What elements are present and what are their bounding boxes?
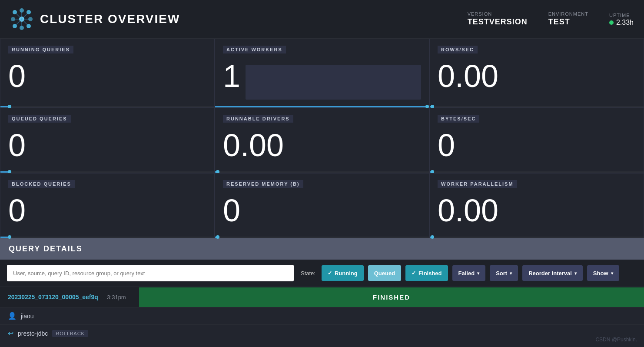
svg-line-15 — [22, 19, 29, 26]
watermark: CSDN @Pushkin. — [595, 337, 637, 343]
environment-label: ENVIRONMENT — [548, 11, 588, 17]
metric-bytes-sec: BYTES/SEC 0 — [429, 108, 644, 173]
query-resource-group-row: ⬡ global — [0, 342, 644, 347]
svg-line-9 — [15, 12, 22, 19]
show-caret-icon: ▾ — [611, 271, 613, 276]
finished-check-icon: ✓ — [412, 270, 416, 276]
metric-queued-queries-label: QUEUED QUERIES — [8, 115, 71, 123]
metric-active-workers-value: 1 — [223, 60, 240, 92]
workers-chart — [246, 65, 421, 100]
reorder-interval-caret-icon: ▾ — [574, 271, 577, 276]
metric-blocked-queries-label: BLOCKED QUERIES — [8, 180, 75, 188]
running-label: Running — [335, 270, 358, 277]
version-label: VERSION — [468, 11, 492, 17]
metric-queued-queries-bar — [0, 171, 214, 173]
failed-caret-icon: ▾ — [477, 271, 479, 276]
query-details-section: QUERY DETAILS State: ✓ Running Queued ✓ … — [0, 238, 644, 347]
sort-button[interactable]: Sort ▾ — [490, 265, 518, 281]
metric-reserved-memory-bar — [215, 237, 429, 238]
query-source-row: ↩ presto-jdbc ROLLBACK — [0, 325, 644, 342]
query-details-header: QUERY DETAILS — [0, 238, 644, 260]
uptime-label: UPTIME — [609, 13, 630, 18]
metric-queued-queries: QUEUED QUERIES 0 — [0, 108, 215, 173]
metric-bytes-sec-label: BYTES/SEC — [438, 115, 479, 123]
sort-caret-icon: ▾ — [510, 271, 512, 276]
metric-blocked-queries-bar — [0, 237, 214, 238]
table-row: 20230225_073120_00005_eef9q 3:31pm FINIS… — [0, 287, 644, 307]
metric-runnable-drivers: RUNNABLE DRIVERS 0.00 — [215, 108, 429, 173]
show-button[interactable]: Show ▾ — [587, 265, 619, 281]
finished-label: Finished — [418, 270, 442, 277]
version-info: VERSION TESTVERSION — [468, 11, 528, 27]
metric-runnable-drivers-value: 0.00 — [223, 130, 421, 161]
metric-running-queries-bar — [0, 106, 214, 107]
metric-reserved-memory: RESERVED MEMORY (B) 0 — [215, 173, 429, 238]
uptime-value: 2.33h — [609, 19, 634, 27]
metric-rows-sec: ROWS/SEC 0.00 — [429, 39, 644, 108]
header-meta-group: VERSION TESTVERSION ENVIRONMENT TEST UPT… — [468, 11, 634, 27]
queued-filter-button[interactable]: Queued — [368, 265, 401, 281]
query-status-badge: FINISHED — [139, 287, 644, 307]
query-details-title: QUERY DETAILS — [9, 244, 83, 253]
reorder-interval-button[interactable]: Reorder Interval ▾ — [522, 265, 583, 281]
metric-running-queries: RUNNING QUERIES 0 — [0, 39, 215, 108]
sort-label: Sort — [496, 270, 507, 277]
query-list: 20230225_073120_00005_eef9q 3:31pm FINIS… — [0, 287, 644, 347]
app-header: CLUSTER OVERVIEW VERSION TESTVERSION ENV… — [0, 0, 644, 38]
uptime-status-dot — [609, 20, 614, 25]
failed-label: Failed — [458, 270, 475, 277]
svg-line-10 — [22, 12, 29, 19]
user-icon: 👤 — [8, 312, 17, 320]
finished-filter-button[interactable]: ✓ Finished — [405, 265, 448, 281]
uptime-info: UPTIME 2.33h — [609, 13, 634, 27]
metric-running-queries-label: RUNNING QUERIES — [8, 46, 73, 53]
metrics-grid: RUNNING QUERIES 0 ACTIVE WORKERS 1 ROWS/… — [0, 38, 644, 238]
metric-reserved-memory-value: 0 — [223, 195, 421, 226]
show-label: Show — [593, 270, 608, 277]
query-source-text: presto-jdbc — [18, 330, 48, 337]
metric-worker-parallelism-label: WORKER PARALLELISM — [438, 180, 517, 188]
metric-blocked-queries-value: 0 — [8, 195, 206, 226]
metric-queued-queries-value: 0 — [8, 130, 206, 161]
metric-worker-parallelism-bar — [430, 237, 644, 238]
metric-running-queries-value: 0 — [8, 60, 206, 92]
query-type-tag: ROLLBACK — [52, 330, 88, 337]
query-user-text: jiaou — [21, 313, 34, 320]
metric-blocked-queries: BLOCKED QUERIES 0 — [0, 173, 215, 238]
metric-rows-sec-bar — [430, 106, 644, 107]
uptime-time: 2.33h — [616, 19, 634, 27]
running-filter-button[interactable]: ✓ Running — [322, 265, 364, 281]
version-value: TESTVERSION — [468, 17, 528, 27]
metric-active-workers-bar — [215, 106, 429, 107]
page-title: CLUSTER OVERVIEW — [40, 12, 180, 26]
metric-runnable-drivers-label: RUNNABLE DRIVERS — [223, 115, 293, 123]
metric-rows-sec-value: 0.00 — [438, 60, 636, 92]
metric-worker-parallelism: WORKER PARALLELISM 0.00 — [429, 173, 644, 238]
metric-active-workers: ACTIVE WORKERS 1 — [215, 39, 429, 108]
query-id-link[interactable]: 20230225_073120_00005_eef9q — [8, 294, 98, 300]
queued-label: Queued — [374, 270, 395, 277]
environment-value: TEST — [548, 17, 570, 27]
failed-filter-button[interactable]: Failed ▾ — [452, 265, 486, 281]
query-id-cell: 20230225_073120_00005_eef9q 3:31pm — [0, 287, 139, 307]
metric-bytes-sec-bar — [430, 171, 644, 173]
svg-line-14 — [15, 19, 22, 26]
source-icon: ↩ — [8, 329, 13, 337]
metric-rows-sec-label: ROWS/SEC — [438, 46, 478, 53]
running-check-icon: ✓ — [328, 270, 332, 276]
environment-info: ENVIRONMENT TEST — [548, 11, 588, 27]
metric-runnable-drivers-bar — [215, 171, 429, 173]
app-logo — [10, 8, 33, 30]
state-label: State: — [301, 270, 315, 277]
metric-bytes-sec-value: 0 — [438, 130, 636, 161]
metric-reserved-memory-label: RESERVED MEMORY (B) — [223, 180, 303, 188]
search-input[interactable] — [7, 265, 294, 281]
query-time: 3:31pm — [107, 294, 126, 300]
metric-worker-parallelism-value: 0.00 — [438, 195, 636, 226]
query-user-row: 👤 jiaou — [0, 307, 644, 325]
metric-active-workers-label: ACTIVE WORKERS — [223, 46, 286, 53]
reorder-interval-label: Reorder Interval — [528, 270, 572, 277]
query-filter-bar: State: ✓ Running Queued ✓ Finished Faile… — [0, 260, 644, 287]
